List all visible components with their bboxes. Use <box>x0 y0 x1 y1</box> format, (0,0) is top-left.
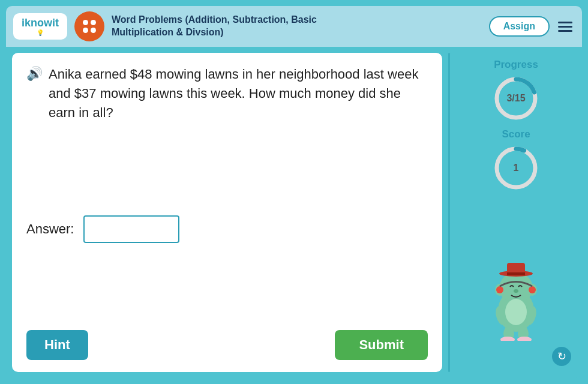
menu-icon-line2 <box>558 26 572 28</box>
sound-icon[interactable]: 🔊 <box>26 66 43 82</box>
logo: iknowit 💡 <box>13 13 67 40</box>
character-image <box>480 251 552 341</box>
panel-divider <box>448 53 450 372</box>
assign-button[interactable]: Assign <box>489 16 550 37</box>
back-button[interactable]: ↻ <box>552 347 571 366</box>
progress-label: Progress <box>494 59 538 71</box>
score-label: Score <box>502 128 530 140</box>
answer-label: Answer: <box>26 221 74 237</box>
dice-icon <box>74 11 104 41</box>
character-area <box>480 198 552 341</box>
svg-point-11 <box>496 286 503 293</box>
score-value: 1 <box>514 163 519 173</box>
question-text: Anika earned $48 mowing lawns in her nei… <box>49 65 428 122</box>
question-area: 🔊 Anika earned $48 mowing lawns in her n… <box>26 65 428 122</box>
svg-point-13 <box>514 289 518 293</box>
header: iknowit 💡 Word Problems (Addition, Subtr… <box>6 6 582 47</box>
app-frame: iknowit 💡 Word Problems (Addition, Subtr… <box>6 6 582 378</box>
header-title: Word Problems (Addition, Subtraction, Ba… <box>112 14 482 39</box>
svg-point-20 <box>505 299 527 325</box>
progress-circle: 3/15 <box>492 74 540 122</box>
right-panel: Progress 3/15 Score 1 <box>456 53 576 372</box>
answer-input[interactable] <box>83 215 179 243</box>
answer-area: Answer: <box>26 215 428 243</box>
bottom-buttons: Hint Submit <box>26 330 428 360</box>
score-section: Score 1 <box>492 128 540 192</box>
header-right: Assign <box>489 16 575 37</box>
submit-button[interactable]: Submit <box>335 330 428 360</box>
main-content: 🔊 Anika earned $48 mowing lawns in her n… <box>6 47 582 378</box>
logo-bulb: 💡 <box>37 29 44 36</box>
hint-button[interactable]: Hint <box>26 330 88 360</box>
menu-icon-line3 <box>558 30 572 32</box>
svg-point-12 <box>529 286 536 293</box>
menu-button[interactable] <box>556 19 575 34</box>
logo-text: iknowit <box>22 17 59 29</box>
progress-value: 3/15 <box>506 93 525 104</box>
progress-section: Progress 3/15 <box>492 59 540 122</box>
left-panel: 🔊 Anika earned $48 mowing lawns in her n… <box>12 53 442 372</box>
svg-rect-8 <box>507 272 525 275</box>
score-circle: 1 <box>492 144 540 192</box>
menu-icon-line1 <box>558 22 572 23</box>
